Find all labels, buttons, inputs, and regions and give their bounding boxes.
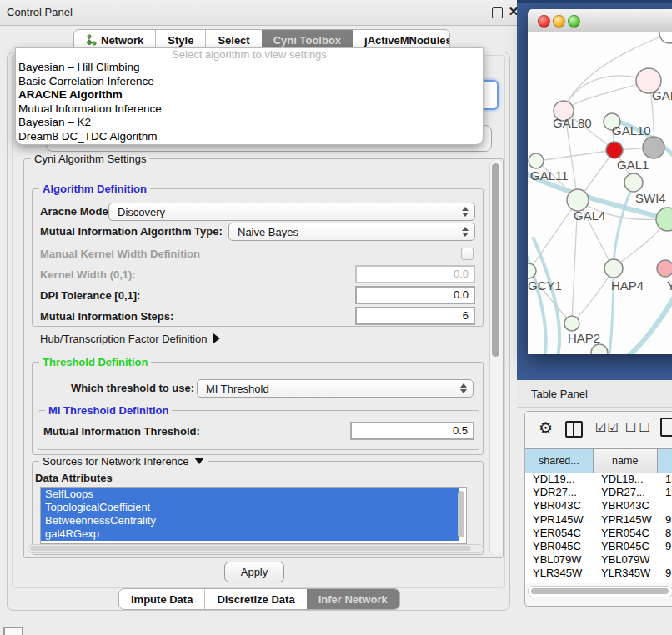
dropdown-item-dream8-dc-tdc-algorithm[interactable]: Dream8 DC_TDC Algorithm: [16, 130, 483, 144]
network-node-label: Y: [667, 278, 672, 292]
network-edge[interactable]: [574, 268, 614, 322]
minimize-traffic-light-icon[interactable]: [553, 15, 565, 28]
table-row[interactable]: YBR045CYBR045C9.: [525, 540, 672, 553]
table-toolbar: ⚙ ☑☑ ☐☐: [525, 412, 672, 447]
list-scrollbar-thumb[interactable]: [458, 491, 464, 538]
dropdown-item-mutual-information-inference[interactable]: Mutual Information Inference: [16, 102, 483, 117]
table-row[interactable]: YBL079WYBL079W: [525, 553, 672, 567]
network-node-gal11[interactable]: [529, 153, 544, 168]
zoom-traffic-light-icon[interactable]: [568, 15, 580, 28]
column-header-name[interactable]: name: [594, 448, 658, 473]
file-icon[interactable]: [660, 418, 672, 437]
table-row[interactable]: YLR345WYLR345W9.: [525, 567, 672, 580]
hscrollbar-thumb[interactable]: [30, 546, 471, 551]
network-node-hap4[interactable]: [604, 259, 623, 278]
table-cell: YBR043C: [594, 499, 658, 512]
bottom-tab-impute-data[interactable]: Impute Data: [119, 589, 204, 609]
dropdown-item-basic-correlation-inference[interactable]: Basic Correlation Inference: [16, 75, 483, 89]
network-window-titlebar[interactable]: [528, 9, 672, 32]
network-window[interactable]: GALGAL80GAL10GAL1GAL11SWI4GAL4GCY1HAP4YH…: [528, 9, 672, 354]
network-node[interactable]: [656, 208, 672, 231]
mi-steps-label: Mutual Information Steps:: [40, 310, 173, 322]
network-node-hap2[interactable]: [564, 316, 579, 331]
table-body: YDL19...YDL19...13YDR27...YDR27...12YBR0…: [525, 472, 672, 583]
sources-group-title[interactable]: Sources for Network Inference: [39, 455, 208, 468]
network-node-label: HAP2: [568, 331, 600, 345]
table-row[interactable]: YER054CYER054C8.: [525, 527, 672, 540]
network-node-label: GAL4: [574, 208, 605, 222]
attribute-item-selfloops[interactable]: SelfLoops: [41, 488, 459, 501]
bottom-tab-infer-network[interactable]: Infer Network: [307, 589, 399, 609]
attribute-item-betweennesscentrality[interactable]: BetweennessCentrality: [41, 514, 459, 528]
column-header-a[interactable]: A: [658, 448, 672, 473]
table-widget: ⚙ ☑☑ ☐☐ shared...nameA YDL19...YDL19...1…: [524, 411, 672, 607]
hub-section-toggle[interactable]: Hub/Transcription Factor Definition: [40, 332, 220, 345]
network-node[interactable]: [643, 137, 664, 158]
table-cell: YPR145W: [594, 513, 658, 527]
gear-icon[interactable]: ⚙: [539, 418, 553, 437]
manual-kernel-checkbox[interactable]: [461, 248, 474, 260]
network-node-swi4[interactable]: [624, 173, 643, 192]
minimized-panel-icon[interactable]: [3, 627, 23, 635]
column-header-shared[interactable]: shared...: [525, 448, 594, 473]
table-cell: YBR043C: [525, 499, 594, 512]
settings-horizontal-scrollbar[interactable]: [28, 544, 484, 553]
bottom-tab-infer-network-label: Infer Network: [318, 593, 388, 606]
aracne-mode-combo[interactable]: Discovery: [108, 202, 475, 221]
mi-steps-field[interactable]: 6: [355, 307, 475, 325]
data-attributes-list[interactable]: SelfLoopsTopologicalCoefficientBetweenne…: [40, 487, 467, 544]
mi-type-combo[interactable]: Naive Bayes: [228, 222, 475, 241]
attribute-item-topologicalcoefficient[interactable]: TopologicalCoefficient: [41, 501, 459, 514]
table-row[interactable]: YPR145WYPR145W9.: [525, 513, 672, 527]
network-edge[interactable]: [616, 221, 666, 266]
dropdown-item-aracne-algorithm[interactable]: ARACNE Algorithm: [16, 88, 483, 102]
mi-threshold-field[interactable]: 0.5: [350, 422, 474, 440]
bottom-tab-discretize-data[interactable]: Discretize Data: [204, 589, 306, 609]
table-row[interactable]: YBR043CYBR043C: [525, 499, 672, 512]
table-cell: 9.: [658, 567, 672, 580]
select-all-icon[interactable]: ☑☑: [595, 420, 619, 435]
dpi-tolerance-field[interactable]: 0.0: [355, 286, 475, 304]
apply-button[interactable]: Apply: [224, 562, 284, 582]
close-traffic-light-icon[interactable]: [538, 15, 550, 28]
table-horizontal-scrollbar[interactable]: [528, 586, 672, 598]
network-edge[interactable]: [538, 150, 614, 161]
network-node-y[interactable]: [657, 260, 672, 277]
table-panel-title: Table Panel: [531, 388, 588, 400]
settings-vertical-scrollbar[interactable]: [489, 160, 502, 555]
table-row[interactable]: YDR27...YDR27...12: [525, 486, 672, 499]
table-cell: YDL19...: [525, 472, 594, 486]
deselect-all-icon[interactable]: ☐☐: [625, 420, 653, 435]
table-cell: YLR345W: [525, 567, 594, 580]
table-cell: [658, 499, 672, 512]
table-hscrollbar-thumb[interactable]: [531, 588, 669, 594]
network-node[interactable]: [659, 32, 672, 43]
bottom-tabs: Impute DataDiscretize DataInfer Network: [118, 588, 400, 610]
aracne-mode-label: Aracne Mode:: [40, 205, 112, 218]
network-edge[interactable]: [529, 200, 578, 270]
columns-icon[interactable]: [565, 421, 583, 438]
network-node[interactable]: [591, 344, 608, 354]
dropdown-item-bayesian-k2[interactable]: Bayesian – K2: [16, 116, 483, 130]
network-edge[interactable]: [628, 282, 672, 354]
attribute-item-gal4rgexp[interactable]: gal4RGexp: [41, 528, 459, 541]
algorithm-dropdown-items: Bayesian – Hill ClimbingBasic Correlatio…: [16, 61, 483, 143]
which-threshold-combo[interactable]: MI Threshold: [197, 379, 474, 398]
combo-stepper-icon: [462, 227, 469, 237]
cyni-algorithm-settings-title: Cyni Algorithm Settings: [31, 152, 149, 165]
collapsed-arrow-icon: [213, 333, 220, 343]
network-node-label: GAL11: [530, 168, 569, 182]
network-node-gal1[interactable]: [606, 142, 623, 158]
settings-scrollbar-thumb[interactable]: [492, 163, 499, 357]
dropdown-item-bayesian-hill-climbing[interactable]: Bayesian – Hill Climbing: [16, 61, 483, 75]
float-window-icon[interactable]: [492, 8, 503, 18]
algorithm-definition-title: Algorithm Definition: [39, 182, 150, 195]
table-cell: 9.: [658, 513, 672, 527]
kernel-width-field[interactable]: 0.0: [355, 265, 475, 283]
table-cell: [658, 553, 672, 567]
table-row[interactable]: YIL052CYIL052C8.: [525, 581, 672, 584]
table-row[interactable]: YDL19...YDL19...13: [525, 472, 672, 486]
bottom-tab-discretize-data-label: Discretize Data: [217, 593, 294, 606]
network-canvas[interactable]: GALGAL80GAL10GAL1GAL11SWI4GAL4GCY1HAP4YH…: [528, 32, 672, 354]
control-panel-titlebar: [0, 0, 517, 26]
